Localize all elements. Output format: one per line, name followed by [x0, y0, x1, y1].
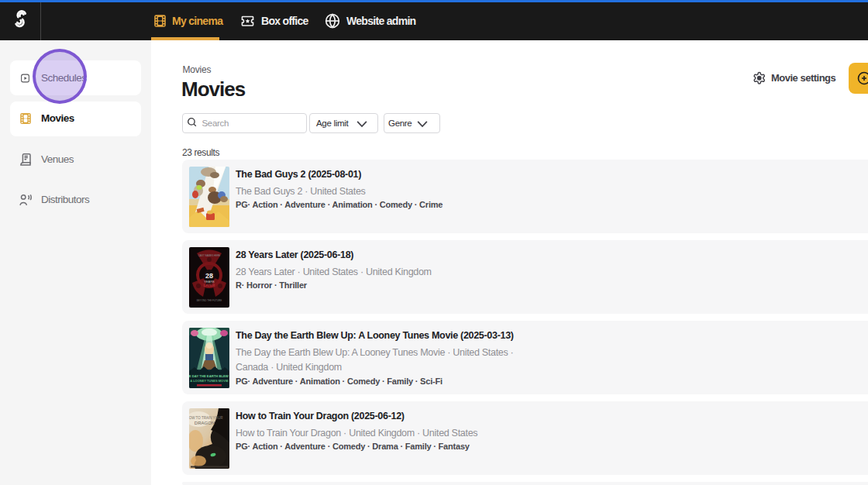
svg-text:28: 28	[205, 272, 213, 280]
svg-text:THE DAY THE EARTH BLEW UP: THE DAY THE EARTH BLEW UP	[189, 374, 229, 378]
svg-text:HOW TO TRAIN YOUR: HOW TO TRAIN YOUR	[189, 416, 223, 420]
svg-text:CAST NAMES HERE: CAST NAMES HERE	[198, 254, 221, 257]
svg-text:DRAGON: DRAGON	[195, 421, 215, 425]
svg-text:A LOONEY TUNES MOVIE: A LOONEY TUNES MOVIE	[190, 379, 229, 383]
svg-text:BEYOND THE FUTURE: BEYOND THE FUTURE	[197, 299, 222, 302]
svg-text:LATER: LATER	[204, 284, 215, 287]
